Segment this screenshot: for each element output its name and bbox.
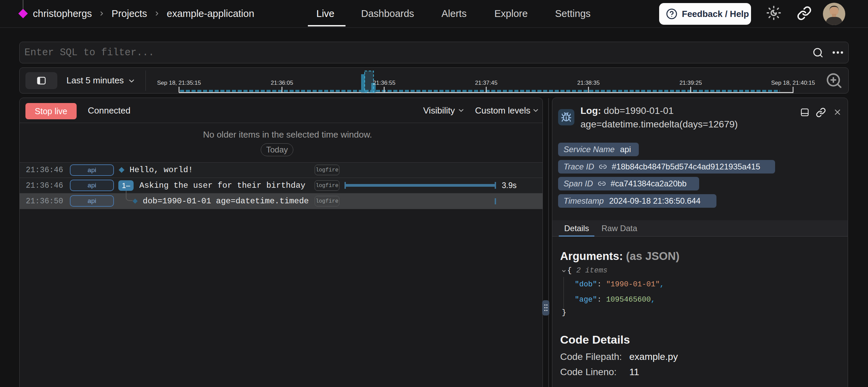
svg-text:21:36:55: 21:36:55 xyxy=(373,80,395,86)
svg-text:21:36:05: 21:36:05 xyxy=(271,80,293,86)
svg-text:21:38:35: 21:38:35 xyxy=(577,80,600,86)
svg-text:Sep 18, 21:40:15: Sep 18, 21:40:15 xyxy=(771,80,815,86)
svg-text:21:37:45: 21:37:45 xyxy=(475,80,497,86)
svg-text:21:39:25: 21:39:25 xyxy=(679,80,702,86)
svg-text:Sep 18, 21:35:15: Sep 18, 21:35:15 xyxy=(157,80,201,86)
